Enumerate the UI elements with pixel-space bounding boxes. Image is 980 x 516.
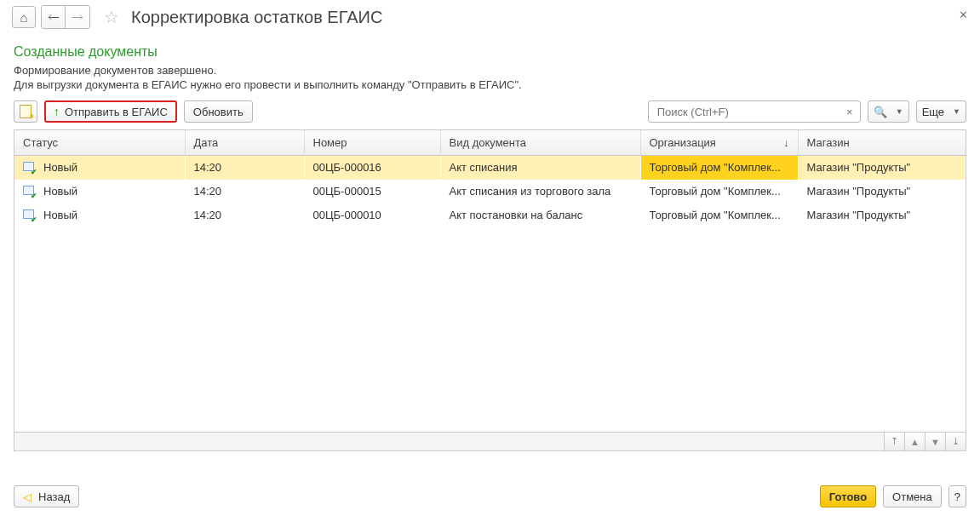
cancel-label: Отмена [892,490,932,503]
back-button[interactable]: ◁Назад [14,485,79,507]
cell-store: Магазин "Продукты" [798,204,966,227]
pager-first-button[interactable]: ⤒ [884,433,904,450]
caret-down-icon: ▼ [896,107,903,116]
status-icon [23,209,35,221]
close-button[interactable]: ✕ [959,9,968,21]
table-pager: ⤒ ▲ ▼ ⤓ [14,432,966,450]
magnifier-icon: 🔍 [874,106,887,118]
cell-date: 14:20 [185,204,304,227]
status-icon [23,186,35,197]
cell-org: Торговый дом "Комплек... [640,180,798,204]
table-row[interactable]: Новый14:2000ЦБ-000010Акт постановки на б… [14,204,966,227]
new-document-icon [20,105,32,118]
search-input[interactable] [656,105,843,119]
documents-table: Статус Дата Номер Вид документа Организа… [14,129,966,451]
new-document-button[interactable] [14,100,37,123]
caret-down-icon: ▼ [953,107,960,116]
cell-org: Торговый дом "Комплек... [640,204,798,227]
nav-back-button[interactable] [42,6,66,28]
table-row[interactable]: Новый14:2000ЦБ-000015Акт списания из тор… [14,180,966,204]
upload-arrow-icon: ↑ [54,105,60,118]
col-doc-type[interactable]: Вид документа [440,130,640,156]
more-label: Еще [922,106,944,118]
cell-status: Новый [14,180,185,204]
cell-store: Магазин "Продукты" [798,156,966,180]
send-to-egais-label: Отправить в ЕГАИС [65,106,168,118]
col-date[interactable]: Дата [185,130,304,156]
done-label: Готово [829,490,867,503]
col-org[interactable]: Организация↓ [640,130,798,156]
arrow-left-icon [48,10,60,24]
nav-forward-button[interactable] [66,6,89,28]
search-options-button[interactable]: 🔍▼ [868,100,909,123]
cell-doc_type: Акт постановки на баланс [440,204,640,227]
section-subtitle: Созданные документы [14,44,966,60]
cell-number: 00ЦБ-000010 [304,204,440,227]
search-clear-button[interactable]: × [843,106,857,118]
sort-indicator-icon: ↓ [783,136,789,149]
home-icon [20,10,27,25]
cell-status: Новый [14,204,185,227]
home-button[interactable] [12,6,36,28]
cell-doc_type: Акт списания [440,156,640,180]
status-icon [23,162,35,173]
help-button[interactable]: ? [948,485,966,507]
more-button[interactable]: Еще▼ [916,100,966,123]
cell-date: 14:20 [185,156,304,180]
instruction-line-1: Формирование документов завершено. [14,63,966,77]
instruction-line-2: Для выгрузки документа в ЕГАИС нужно его… [14,77,966,92]
cancel-button[interactable]: Отмена [883,485,942,507]
col-number[interactable]: Номер [304,130,440,156]
back-triangle-icon: ◁ [23,490,32,503]
page-title: Корректировка остатков ЕГАИС [131,8,382,27]
col-status[interactable]: Статус [14,130,185,156]
search-field-wrap: × [648,100,861,123]
pager-up-button[interactable]: ▲ [904,433,925,450]
favorite-star-icon[interactable]: ☆ [104,7,119,27]
nav-history-group [41,5,90,29]
col-store[interactable]: Магазин [798,130,966,156]
cell-date: 14:20 [185,180,304,204]
cell-org: Торговый дом "Комплек... [640,156,798,180]
cell-status: Новый [14,156,185,180]
pager-last-button[interactable]: ⤓ [945,433,966,450]
arrow-right-icon [72,10,83,24]
cell-doc_type: Акт списания из торгового зала [440,180,640,204]
cell-store: Магазин "Продукты" [798,180,966,204]
done-button[interactable]: Готово [820,485,876,507]
cell-number: 00ЦБ-000015 [304,180,440,204]
cell-number: 00ЦБ-000016 [304,156,440,180]
refresh-button[interactable]: Обновить [184,100,253,123]
help-label: ? [954,490,960,503]
refresh-label: Обновить [193,106,244,118]
back-label: Назад [38,490,70,503]
pager-down-button[interactable]: ▼ [925,433,945,450]
table-row[interactable]: Новый14:2000ЦБ-000016Акт списанияТорговы… [14,156,966,180]
send-to-egais-button[interactable]: ↑ Отправить в ЕГАИС [44,100,177,123]
